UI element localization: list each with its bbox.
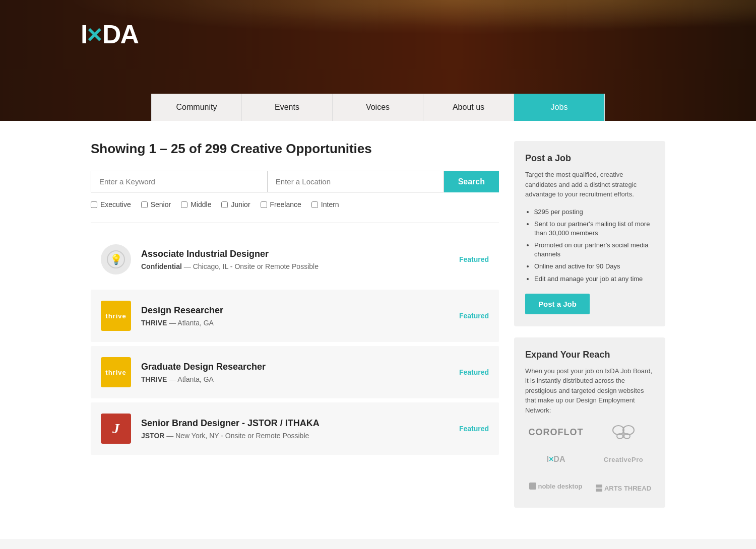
job-meta: THRIVE — Atlanta, GA: [141, 319, 449, 327]
featured-badge: Featured: [459, 425, 489, 433]
table-row[interactable]: J Senior Brand Designer - JSTOR / ITHAKA…: [91, 402, 499, 455]
filter-junior[interactable]: Junior: [221, 200, 250, 209]
site-logo[interactable]: I × DA: [81, 19, 138, 49]
filter-senior[interactable]: Senior: [141, 200, 171, 209]
company-logo-thrive: THRIVE: [101, 301, 131, 331]
list-item: Edit and manage your job at any time: [534, 274, 654, 284]
job-info: Senior Brand Designer - JSTOR / ITHAKA J…: [141, 418, 449, 440]
table-row[interactable]: 💡 Associate Industrial Designer Confiden…: [91, 233, 499, 286]
nav-events[interactable]: Events: [242, 94, 333, 121]
butterfly-icon: [612, 423, 635, 441]
search-bar: Search: [91, 171, 499, 192]
filter-freelance-label: Freelance: [270, 200, 301, 209]
filter-intern-label: Intern: [321, 200, 339, 209]
nav-jobs[interactable]: Jobs: [514, 94, 605, 121]
filter-middle[interactable]: Middle: [181, 200, 211, 209]
results-count: Showing 1 – 25 of 299 Creative Opportuni…: [91, 141, 499, 157]
job-company: THRIVE: [141, 319, 167, 327]
featured-badge: Featured: [459, 312, 489, 320]
network-logos: COROFLOT I×DA: [525, 423, 654, 496]
list-item: $295 per posting: [534, 208, 654, 217]
filter-executive[interactable]: Executive: [91, 200, 131, 209]
nav-voices[interactable]: Voices: [333, 94, 423, 121]
creativepro-logo: CreativePro: [593, 450, 654, 468]
butterfly-logo: [593, 423, 654, 441]
job-meta: Confidential — Chicago, IL - Onsite or R…: [141, 262, 449, 270]
jstor-inner: J: [103, 415, 129, 442]
featured-badge: Featured: [459, 368, 489, 376]
logo-x-icon: ×: [87, 19, 102, 49]
expand-title: Expand Your Reach: [525, 350, 654, 360]
filter-middle-label: Middle: [191, 200, 211, 209]
ixda-sm-text: I×DA: [547, 455, 565, 464]
filter-intern-checkbox[interactable]: [311, 201, 318, 208]
filter-intern[interactable]: Intern: [311, 200, 339, 209]
company-logo-jstor: J: [101, 414, 131, 444]
job-separator: —: [166, 432, 175, 440]
keyword-input[interactable]: [91, 171, 267, 192]
filter-senior-checkbox[interactable]: [141, 201, 148, 208]
job-company: JSTOR: [141, 432, 164, 440]
list-item: Promoted on our partner's social media c…: [534, 241, 654, 259]
ixda-small-logo: I×DA: [525, 450, 587, 468]
job-location: Chicago, IL - Onsite or Remote Possible: [193, 262, 319, 270]
svg-point-0: [613, 426, 624, 435]
sidebar: Post a Job Target the most qualified, cr…: [514, 141, 665, 519]
main-nav: Community Events Voices About us Jobs: [0, 94, 756, 121]
nav-community[interactable]: Community: [151, 94, 242, 121]
job-title: Senior Brand Designer - JSTOR / ITHAKA: [141, 418, 449, 429]
filter-middle-checkbox[interactable]: [181, 201, 187, 208]
filter-executive-checkbox[interactable]: [91, 201, 97, 208]
filter-freelance-checkbox[interactable]: [261, 201, 267, 208]
noble-desktop-logo: noble desktop: [525, 477, 587, 496]
table-row[interactable]: THRIVE Design Researcher THRIVE — Atlant…: [91, 290, 499, 342]
post-job-card: Post a Job Target the most qualified, cr…: [514, 141, 665, 326]
job-meta: JSTOR — New York, NY - Onsite or Remote …: [141, 432, 449, 440]
job-info: Design Researcher THRIVE — Atlanta, GA: [141, 305, 449, 327]
location-input[interactable]: [267, 171, 444, 192]
job-separator: —: [169, 319, 177, 327]
thrive-logo-text-2: THRIVE: [105, 369, 126, 376]
filter-senior-label: Senior: [151, 200, 171, 209]
filter-junior-checkbox[interactable]: [221, 201, 228, 208]
expand-reach-card: Expand Your Reach When you post your job…: [514, 337, 665, 508]
job-separator: —: [169, 375, 177, 383]
filter-executive-label: Executive: [100, 200, 131, 209]
logo-suffix: DA: [102, 21, 138, 47]
bulb-icon: 💡: [107, 250, 125, 268]
noble-text: noble desktop: [529, 483, 582, 492]
logo-prefix: I: [81, 21, 87, 47]
filter-junior-label: Junior: [231, 200, 250, 209]
job-list: 💡 Associate Industrial Designer Confiden…: [91, 233, 499, 458]
artsthread-text: ARTS THREAD: [596, 482, 651, 492]
jstor-icon: J: [112, 421, 119, 437]
coroflot-text: COROFLOT: [529, 427, 584, 438]
expand-desc: When you post your job on IxDA Job Board…: [525, 366, 654, 416]
post-job-benefits: $295 per posting Sent to our partner's m…: [525, 208, 654, 284]
job-title: Graduate Design Researcher: [141, 362, 449, 372]
section-divider: [91, 223, 499, 223]
job-location: New York, NY - Onsite or Remote Possible: [175, 432, 309, 440]
search-button[interactable]: Search: [444, 171, 499, 192]
thrive-logo-text: THRIVE: [105, 312, 126, 320]
post-job-button[interactable]: Post a Job: [525, 294, 590, 314]
list-item: Sent to our partner's mailing list of mo…: [534, 220, 654, 238]
post-job-desc: Target the most qualified, creative cand…: [525, 170, 654, 199]
job-info: Associate Industrial Designer Confidenti…: [141, 249, 449, 270]
creativepro-text: CreativePro: [604, 456, 643, 463]
list-item: Online and active for 90 Days: [534, 262, 654, 271]
job-location: Atlanta, GA: [177, 375, 214, 383]
job-title: Design Researcher: [141, 305, 449, 316]
main-content: Showing 1 – 25 of 299 Creative Opportuni…: [81, 121, 675, 539]
coroflot-logo: COROFLOT: [525, 423, 587, 441]
post-job-title: Post a Job: [525, 153, 654, 164]
job-meta: THRIVE — Atlanta, GA: [141, 375, 449, 383]
filter-freelance[interactable]: Freelance: [261, 200, 301, 209]
job-separator: —: [184, 262, 193, 270]
company-logo-placeholder: 💡: [101, 244, 131, 274]
job-company: THRIVE: [141, 375, 167, 383]
table-row[interactable]: THRIVE Graduate Design Researcher THRIVE…: [91, 346, 499, 398]
nav-about[interactable]: About us: [423, 94, 514, 121]
hero-banner: I × DA Community Events Voices About us …: [0, 0, 756, 121]
job-title: Associate Industrial Designer: [141, 249, 449, 259]
